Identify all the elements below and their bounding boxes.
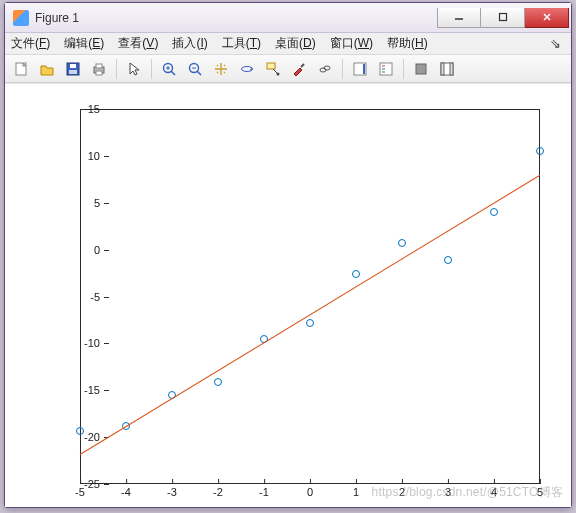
svg-rect-31 bbox=[416, 64, 426, 74]
data-cursor-button[interactable] bbox=[261, 58, 285, 80]
plot-area[interactable]: -25-20-15-10-5051015-5-4-3-2-1012345 htt… bbox=[5, 83, 571, 507]
save-button[interactable] bbox=[61, 58, 85, 80]
insert-colorbar-button[interactable] bbox=[348, 58, 372, 80]
x-tick-label: -3 bbox=[167, 486, 177, 498]
new-figure-button[interactable] bbox=[9, 58, 33, 80]
menu-insert[interactable]: 插入(I) bbox=[172, 35, 207, 52]
close-button[interactable] bbox=[525, 8, 569, 28]
matlab-icon bbox=[13, 10, 29, 26]
y-tick-label: -15 bbox=[70, 384, 100, 396]
show-plot-tools-button[interactable] bbox=[435, 58, 459, 80]
menu-file[interactable]: 文件(F) bbox=[11, 35, 50, 52]
y-tick-label: 10 bbox=[70, 150, 100, 162]
svg-rect-1 bbox=[499, 14, 506, 21]
svg-rect-34 bbox=[450, 63, 453, 75]
y-tick-label: 15 bbox=[70, 103, 100, 115]
menu-tools[interactable]: 工具(T) bbox=[222, 35, 261, 52]
data-point bbox=[76, 427, 84, 435]
y-tick-label: -20 bbox=[70, 431, 100, 443]
menu-window[interactable]: 窗口(W) bbox=[330, 35, 373, 52]
zoom-in-button[interactable] bbox=[157, 58, 181, 80]
menu-view[interactable]: 查看(V) bbox=[118, 35, 158, 52]
svg-line-22 bbox=[301, 64, 304, 67]
data-point bbox=[306, 319, 314, 327]
menu-bar: 文件(F) 编辑(E) 查看(V) 插入(I) 工具(T) 桌面(D) 窗口(W… bbox=[5, 33, 571, 55]
svg-rect-19 bbox=[267, 63, 275, 69]
data-point bbox=[398, 239, 406, 247]
hide-plot-tools-button[interactable] bbox=[409, 58, 433, 80]
menu-edit[interactable]: 编辑(E) bbox=[64, 35, 104, 52]
brush-button[interactable] bbox=[287, 58, 311, 80]
x-tick-label: -1 bbox=[259, 486, 269, 498]
menu-help[interactable]: 帮助(H) bbox=[387, 35, 428, 52]
x-tick-label: -4 bbox=[121, 486, 131, 498]
x-tick-label: 0 bbox=[307, 486, 313, 498]
minimize-button[interactable] bbox=[437, 8, 481, 28]
dock-arrow-icon[interactable]: ⇘ bbox=[550, 36, 565, 51]
y-tick-label: -5 bbox=[70, 291, 100, 303]
x-tick-label: -2 bbox=[213, 486, 223, 498]
svg-line-16 bbox=[197, 71, 201, 75]
menu-desktop[interactable]: 桌面(D) bbox=[275, 35, 316, 52]
data-point bbox=[444, 256, 452, 264]
title-bar[interactable]: Figure 1 bbox=[5, 3, 571, 33]
open-button[interactable] bbox=[35, 58, 59, 80]
print-button[interactable] bbox=[87, 58, 111, 80]
zoom-out-button[interactable] bbox=[183, 58, 207, 80]
svg-rect-6 bbox=[70, 64, 76, 68]
rotate3d-button[interactable] bbox=[235, 58, 259, 80]
link-data-button[interactable] bbox=[313, 58, 337, 80]
svg-rect-7 bbox=[69, 70, 77, 74]
data-point bbox=[490, 208, 498, 216]
x-tick-label: -5 bbox=[75, 486, 85, 498]
y-tick-label: 5 bbox=[70, 197, 100, 209]
svg-point-21 bbox=[277, 72, 280, 75]
window-title: Figure 1 bbox=[35, 11, 437, 25]
maximize-button[interactable] bbox=[481, 8, 525, 28]
y-tick-label: 0 bbox=[70, 244, 100, 256]
pan-button[interactable] bbox=[209, 58, 233, 80]
y-tick-label: -10 bbox=[70, 337, 100, 349]
pointer-button[interactable] bbox=[122, 58, 146, 80]
data-point bbox=[214, 378, 222, 386]
svg-rect-9 bbox=[96, 64, 102, 68]
watermark: https://blog.csdn.net/@51CTO博客 bbox=[372, 484, 563, 501]
axes-box bbox=[80, 109, 540, 484]
figure-window: Figure 1 文件(F) 编辑(E) 查看(V) 插入(I) 工具(T) 桌… bbox=[4, 2, 572, 508]
svg-rect-33 bbox=[441, 63, 444, 75]
x-tick-label: 1 bbox=[353, 486, 359, 498]
svg-rect-10 bbox=[96, 71, 102, 75]
data-point bbox=[536, 147, 544, 155]
insert-legend-button[interactable] bbox=[374, 58, 398, 80]
data-point bbox=[352, 270, 360, 278]
svg-rect-26 bbox=[363, 64, 365, 74]
svg-rect-27 bbox=[380, 63, 392, 75]
svg-line-12 bbox=[171, 71, 175, 75]
toolbar bbox=[5, 55, 571, 83]
